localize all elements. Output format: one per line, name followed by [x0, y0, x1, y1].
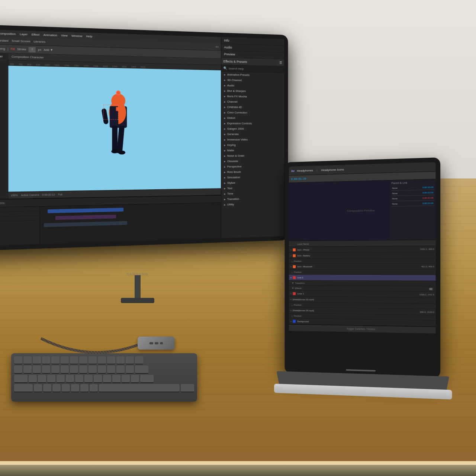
menu-help[interactable]: Help	[86, 34, 93, 38]
tablet-layer-4[interactable]: ● Icon - Bluetooth 401.0, 468.5	[289, 264, 436, 270]
tablet-screen: Ae Headphones | Headphone Icons 0:00:01:…	[289, 162, 436, 363]
key-tilde[interactable]	[14, 366, 22, 374]
menu-comp[interactable]: Composition	[0, 32, 16, 36]
tablet-layer-3[interactable]: ⌞Position	[289, 258, 436, 264]
tablet: Ae Headphones | Headphone Icons 0:00:01:…	[284, 157, 440, 378]
key-backspace[interactable]	[135, 366, 148, 374]
key-e[interactable]	[47, 375, 55, 383]
zoom-level: 100%	[0, 202, 4, 205]
workspace-more[interactable]: >>	[216, 45, 219, 49]
toggle-switches-label: Toggle Switches / Modes	[347, 327, 375, 330]
tablet-comp-preview: Composition Preview Parent & Link None0:…	[289, 179, 436, 241]
key-bracket-l[interactable]	[122, 375, 130, 383]
key-n[interactable]	[80, 384, 89, 392]
monitor: Info Audio Preview Effects & Presets ☰ 🔍…	[0, 22, 305, 301]
key-7[interactable]	[79, 366, 87, 374]
key-space[interactable]	[99, 384, 180, 392]
tablet-comp-title: Headphone Icons	[321, 168, 344, 172]
svg-point-1	[116, 91, 120, 95]
key-5[interactable]	[61, 366, 69, 374]
key-9[interactable]	[98, 366, 106, 374]
after-effects-ui: Info Audio Preview Effects & Presets ☰ 🔍…	[0, 29, 284, 246]
key-f1[interactable]	[23, 356, 32, 364]
key-b[interactable]	[71, 384, 79, 392]
selection-handles	[103, 104, 118, 120]
key-tab[interactable]	[14, 375, 28, 383]
key-q[interactable]	[29, 375, 37, 383]
svg-rect-6	[112, 126, 118, 151]
key-x[interactable]	[43, 384, 51, 392]
key-shift-r[interactable]	[181, 384, 194, 392]
ae-left-panel: Composition Character	[0, 52, 8, 200]
effects-keying[interactable]: Keying	[221, 142, 284, 148]
key-0[interactable]	[107, 366, 115, 374]
effects-obsolete[interactable]: Obsolete	[221, 158, 284, 164]
key-v[interactable]	[62, 384, 70, 392]
magnification-label[interactable]: 100%	[11, 194, 18, 197]
key-1[interactable]	[23, 366, 32, 374]
key-w[interactable]	[38, 375, 46, 383]
view-label[interactable]: Active Camera	[21, 193, 39, 196]
stroke-input[interactable]	[29, 47, 36, 52]
key-esc[interactable]	[14, 356, 22, 364]
comp-canvas[interactable]	[8, 66, 221, 192]
menu-effect[interactable]: Effect	[32, 33, 39, 36]
tab-small-screen[interactable]: Small Screen	[12, 39, 30, 43]
tablet-ae-logo: Ae	[291, 169, 295, 173]
key-p[interactable]	[112, 375, 120, 383]
tab-libraries[interactable]: Libraries	[33, 40, 45, 44]
key-bracket-r[interactable]	[131, 375, 139, 383]
key-8[interactable]	[89, 366, 97, 374]
usb-port-1	[149, 342, 153, 344]
key-o[interactable]	[103, 375, 111, 383]
svg-point-8	[111, 149, 118, 154]
resolution-label[interactable]: Full	[58, 193, 62, 196]
key-m[interactable]	[90, 384, 98, 392]
key-i[interactable]	[94, 375, 102, 383]
key-3[interactable]	[42, 366, 50, 374]
add-dropdown[interactable]: Add ▼	[44, 48, 53, 52]
effects-immersive-video[interactable]: Immersive Video	[221, 137, 284, 142]
key-z[interactable]	[34, 384, 42, 392]
tab-standard[interactable]: Standard	[0, 39, 9, 42]
key-minus[interactable]	[116, 366, 125, 374]
effects-presets-title: Effects & Presets	[223, 60, 247, 64]
menu-view[interactable]: View	[61, 33, 68, 37]
monitor-stand-base	[121, 298, 154, 303]
menu-animation[interactable]: Animation	[44, 33, 57, 37]
effects-cinema4d[interactable]: CINEMA 4D	[221, 104, 284, 110]
key-r[interactable]	[57, 375, 65, 383]
comp-title: Composition Character	[12, 55, 44, 59]
key-shift-l[interactable]	[14, 384, 33, 392]
desk-shadow	[0, 465, 476, 476]
effects-utility[interactable]: Utility	[221, 201, 284, 208]
svg-rect-7	[116, 126, 124, 154]
tablet-layer-2[interactable]: ● Icon - Battery	[289, 252, 436, 258]
effects-color-correction[interactable]: Color Correction	[221, 110, 284, 116]
search-help-label[interactable]: Search Help	[229, 67, 244, 70]
key-2[interactable]	[33, 366, 41, 374]
key-y[interactable]	[75, 375, 83, 383]
effects-noise-grain[interactable]: Noise & Grain	[221, 153, 284, 158]
effects-expression-controls[interactable]: Expression Controls	[221, 120, 284, 126]
tablet-layer-5[interactable]: ⌞Position	[289, 270, 436, 275]
effects-matte[interactable]: Matte	[221, 148, 284, 153]
tablet-layer-1[interactable]: ● Icon - Phone 1031.1, 468.5	[289, 246, 436, 253]
key-equals[interactable]	[126, 366, 134, 374]
key-6[interactable]	[70, 366, 78, 374]
key-4[interactable]	[51, 366, 60, 374]
tablet-layer-6[interactable]: ● Line 2	[289, 275, 436, 281]
key-c[interactable]	[52, 384, 61, 392]
panel-menu-icon[interactable]: ☰	[279, 61, 282, 64]
menu-layer[interactable]: Layer	[20, 32, 28, 36]
search-icon: 🔍	[223, 67, 227, 70]
character-illustration	[94, 86, 142, 165]
menu-window[interactable]: Window	[71, 34, 82, 38]
effects-gabgen[interactable]: Gabgen 2000	[221, 126, 284, 132]
effects-distort[interactable]: Distort	[221, 115, 284, 121]
key-backslash[interactable]	[140, 375, 154, 383]
key-t[interactable]	[66, 375, 74, 383]
key-u[interactable]	[84, 375, 93, 383]
ae-timeline: 0:00:00:12 100% Layer 1 Layer 2 Backgrou…	[0, 195, 221, 247]
effects-generate[interactable]: Generate	[221, 131, 284, 137]
